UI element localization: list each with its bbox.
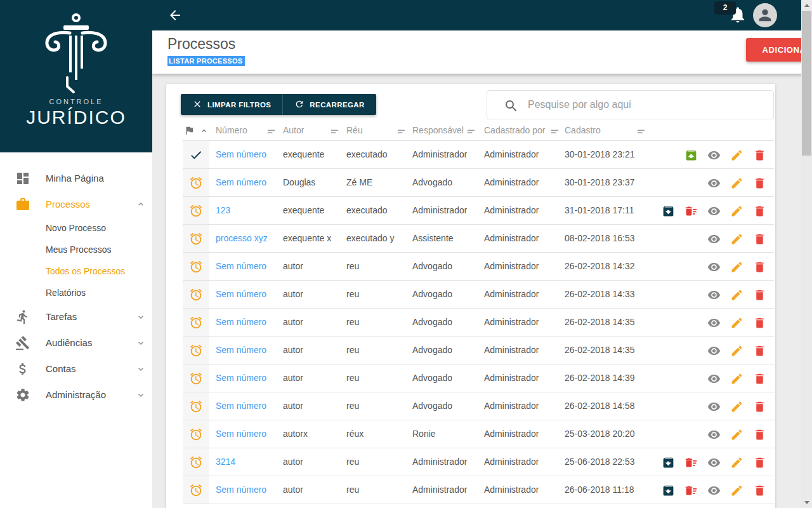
action-delete-button[interactable] — [753, 260, 766, 274]
column-header[interactable]: Responsável — [412, 125, 464, 135]
action-delete-button[interactable] — [753, 288, 766, 302]
sort-icon[interactable] — [550, 127, 560, 139]
process-number-link[interactable]: Sem número — [216, 149, 266, 159]
column-header[interactable]: Cadastrado por — [484, 125, 546, 135]
flag-icon[interactable] — [184, 125, 195, 138]
cell-numero: Sem número — [216, 345, 266, 355]
action-delete-button[interactable] — [753, 428, 766, 441]
reload-button[interactable]: RECARREGAR — [282, 94, 376, 115]
sidebar-subitem-todos-os-processos[interactable]: Todos os Processos — [0, 260, 152, 282]
clear-filters-button[interactable]: LIMPAR FILTROS — [181, 94, 282, 115]
action-eye-button[interactable] — [707, 428, 721, 441]
column-header[interactable]: Réu — [346, 125, 363, 135]
action-archive-button[interactable] — [662, 484, 675, 497]
process-number-link[interactable]: Sem número — [216, 429, 266, 439]
search-input[interactable] — [528, 93, 763, 116]
process-number-link[interactable]: Sem número — [216, 485, 266, 495]
column-header[interactable]: Número — [216, 125, 247, 135]
process-number-link[interactable]: 3214 — [216, 457, 235, 467]
process-number-link[interactable]: Sem número — [216, 401, 266, 411]
action-eye-button[interactable] — [707, 372, 721, 385]
sidebar-item-processos[interactable]: Processos — [0, 191, 152, 217]
action-archive-button[interactable] — [662, 456, 675, 469]
action-delete-button[interactable] — [753, 316, 766, 330]
process-number-link[interactable]: 123 — [216, 205, 230, 215]
process-number-link[interactable]: processo xyz — [216, 233, 268, 243]
action-eye-button[interactable] — [707, 288, 721, 302]
sidebar-subitem-novo-processo[interactable]: Novo Processo — [0, 217, 152, 239]
sidebar-item-contas[interactable]: Contas — [0, 356, 152, 382]
action-edit-button[interactable] — [730, 484, 743, 497]
sort-icon[interactable] — [330, 127, 339, 139]
action-eye-button[interactable] — [707, 400, 721, 413]
back-arrow-icon[interactable] — [167, 8, 183, 23]
sidebar-subitem-relatorios[interactable]: Relatórios — [0, 282, 152, 304]
action-delete-sweep-button[interactable] — [684, 204, 698, 218]
action-edit-button[interactable] — [730, 400, 743, 413]
action-eye-button[interactable] — [707, 260, 721, 274]
action-delete-button[interactable] — [753, 484, 766, 497]
action-delete-button[interactable] — [753, 400, 766, 413]
scroll-thumb[interactable] — [802, 11, 811, 156]
action-edit-button[interactable] — [730, 316, 743, 330]
action-eye-button[interactable] — [707, 316, 721, 330]
action-delete-button[interactable] — [753, 177, 766, 190]
process-number-link[interactable]: Sem número — [216, 373, 266, 383]
action-eye-button[interactable] — [707, 149, 721, 162]
process-number-link[interactable]: Sem número — [216, 261, 266, 271]
sidebar-item-audiencias[interactable]: Audiências — [0, 330, 152, 356]
action-edit-button[interactable] — [730, 204, 743, 218]
action-archive-button[interactable] — [662, 204, 675, 218]
notifications-button[interactable]: 2 — [728, 5, 749, 27]
action-unarchive-button[interactable] — [684, 149, 698, 162]
action-delete-button[interactable] — [753, 232, 766, 246]
process-number-link[interactable]: Sem número — [216, 177, 266, 187]
action-eye-button[interactable] — [707, 344, 721, 358]
sort-icon[interactable] — [396, 127, 406, 139]
action-delete-button[interactable] — [753, 204, 766, 218]
edit-icon — [730, 456, 743, 469]
action-delete-sweep-button[interactable] — [684, 484, 698, 497]
action-eye-button[interactable] — [707, 484, 721, 497]
sidebar-subitem-meus-processos[interactable]: Meus Processos — [0, 239, 152, 260]
process-number-link[interactable]: Sem número — [216, 289, 266, 299]
process-list-card: LIMPAR FILTROS RECARREGAR NúmeroAutorRéu… — [166, 84, 775, 508]
process-number-link[interactable]: Sem número — [216, 317, 266, 327]
action-edit-button[interactable] — [730, 456, 743, 469]
action-edit-button[interactable] — [730, 344, 743, 358]
action-delete-button[interactable] — [753, 456, 766, 469]
cell-autor: autor — [283, 317, 303, 327]
sort-caret-up-icon[interactable] — [199, 126, 209, 138]
action-edit-button[interactable] — [730, 177, 743, 190]
process-number-link[interactable]: Sem número — [216, 345, 266, 355]
action-edit-button[interactable] — [730, 260, 743, 274]
action-edit-button[interactable] — [730, 288, 743, 302]
action-eye-button[interactable] — [707, 204, 721, 218]
action-eye-button[interactable] — [707, 456, 721, 469]
action-edit-button[interactable] — [730, 149, 743, 162]
action-eye-button[interactable] — [707, 177, 721, 190]
user-avatar[interactable] — [753, 3, 777, 27]
sort-icon[interactable] — [466, 127, 476, 139]
sidebar-item-label: Tarefas — [46, 311, 77, 322]
status-alarm-icon — [183, 476, 209, 504]
sort-icon[interactable] — [636, 127, 646, 139]
scroll-down-arrow[interactable] — [801, 497, 812, 508]
sidebar-item-minha-pagina[interactable]: Minha Página — [0, 165, 152, 191]
column-header[interactable]: Cadastro — [565, 125, 601, 135]
sidebar-item-tarefas[interactable]: Tarefas — [0, 304, 152, 330]
action-delete-button[interactable] — [753, 372, 766, 385]
cell-numero: Sem número — [216, 289, 266, 299]
edit-icon — [730, 428, 743, 441]
action-delete-button[interactable] — [753, 149, 766, 162]
action-delete-sweep-button[interactable] — [684, 456, 698, 469]
action-edit-button[interactable] — [730, 232, 743, 246]
action-delete-button[interactable] — [753, 344, 766, 358]
action-edit-button[interactable] — [730, 428, 743, 441]
sort-icon[interactable] — [266, 127, 276, 139]
action-eye-button[interactable] — [707, 232, 721, 246]
scroll-up-arrow[interactable] — [801, 0, 812, 11]
sidebar-item-administracao[interactable]: Administração — [0, 382, 152, 408]
action-edit-button[interactable] — [730, 372, 743, 385]
column-header[interactable]: Autor — [283, 125, 304, 135]
